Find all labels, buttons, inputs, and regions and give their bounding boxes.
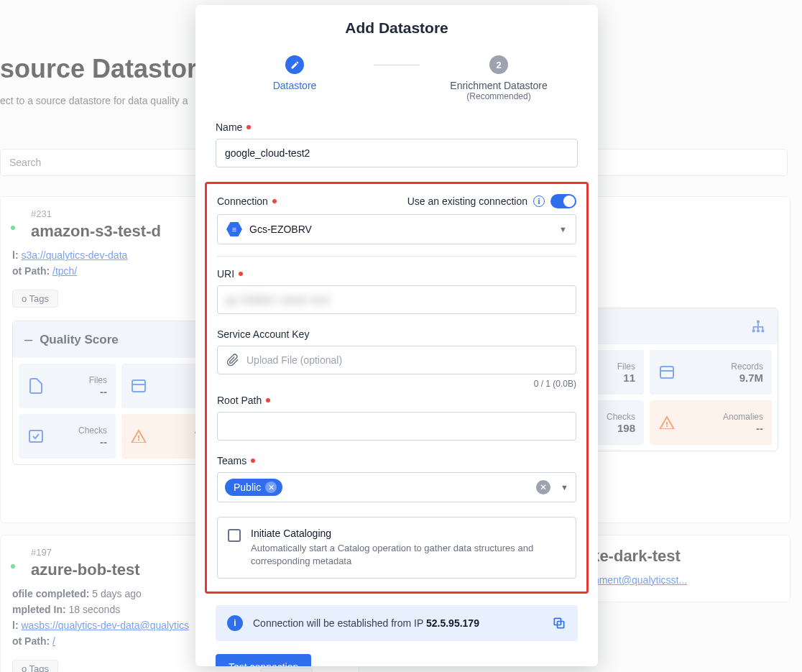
connection-label: Connection [217, 195, 268, 207]
step-datastore[interactable]: Datastore [216, 55, 374, 91]
uri-input[interactable]: gs hidden value text [217, 285, 576, 314]
root-path-input[interactable] [217, 412, 576, 441]
copy-icon[interactable] [552, 616, 566, 630]
connection-select[interactable]: ≡ Gcs-EZOBRV ▼ [217, 214, 576, 244]
file-hint: 0 / 1 (0.0B) [217, 379, 576, 389]
step-enrichment[interactable]: 2 Enrichment Datastore (Recommended) [420, 55, 578, 101]
modal-title: Add Datastore [216, 19, 578, 37]
uri-label: URI [217, 268, 234, 280]
add-datastore-modal: Add Datastore Datastore 2 Enrichment Dat… [195, 5, 598, 666]
catalog-checkbox[interactable] [228, 529, 241, 542]
teams-select[interactable]: Public ✕ ✕ ▼ [217, 472, 576, 502]
paperclip-icon [226, 354, 239, 367]
service-account-upload[interactable]: Upload File (optional) [217, 346, 576, 374]
gcs-icon: ≡ [226, 221, 242, 237]
sak-label: Service Account Key [217, 328, 309, 340]
use-existing-toggle[interactable] [550, 194, 576, 208]
pencil-icon [290, 60, 300, 70]
info-icon[interactable]: i [533, 195, 545, 207]
name-label: Name [216, 121, 242, 133]
team-chip-public[interactable]: Public ✕ [225, 479, 282, 496]
stepper: Datastore 2 Enrichment Datastore (Recomm… [216, 55, 578, 101]
test-connection-button[interactable]: Test connection [216, 654, 311, 666]
chevron-down-icon: ▼ [561, 483, 568, 492]
highlighted-section: Connection Use an existing connection i … [205, 182, 589, 594]
ip-info-banner: i Connection will be established from IP… [216, 605, 578, 641]
name-input[interactable] [216, 139, 578, 167]
clear-all-icon[interactable]: ✕ [536, 480, 550, 494]
root-path-label: Root Path [217, 395, 262, 406]
teams-label: Teams [217, 455, 246, 466]
chevron-down-icon: ▼ [559, 225, 567, 234]
use-existing-label: Use an existing connection [407, 195, 527, 207]
initiate-cataloging-option[interactable]: Initiate Cataloging Automatically start … [217, 517, 576, 579]
info-icon: i [227, 615, 243, 631]
remove-chip-icon[interactable]: ✕ [265, 482, 277, 493]
